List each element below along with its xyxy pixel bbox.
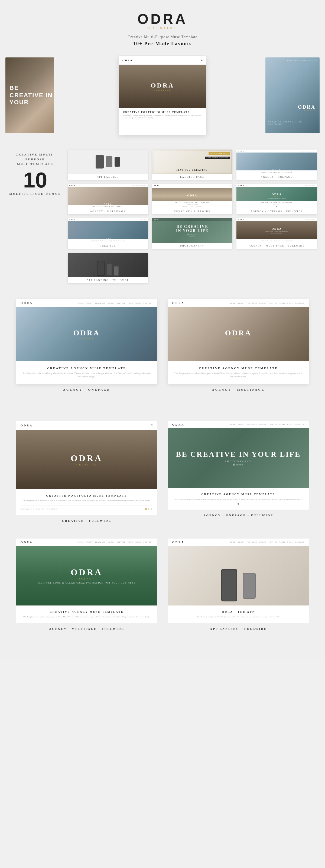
demo-card-creative-full[interactable]: ODRA ≡ ODRA CREATIVE CREATIVE PORTFOLIO … bbox=[152, 184, 233, 214]
demo-card-label-agency-one: AGENCY - ONEPAGE bbox=[236, 174, 317, 180]
lp-nav-contact: CONTACT bbox=[295, 302, 304, 304]
demo-card-agency-multi[interactable]: ODRA HOMEABOUTWORKSSERVICE ODRA AGENCY C… bbox=[68, 184, 148, 214]
hero-left-mockup: BE CREATIVE IN YOUR bbox=[5, 57, 54, 133]
fw-content-desc-agency-multi-full: This Template can be individually adapte… bbox=[21, 616, 152, 619]
demo-card-creative[interactable]: ODRA HOMEABOUT ODRA CREATIVE CREATIVE PO… bbox=[68, 218, 148, 249]
demo-card-label-agency-one-full: AGENCY - ONEPAGE - FULLWIDE bbox=[236, 208, 317, 214]
fw-content-be-creative: CREATIVE AGENCY MUSE TEMPLATE This Templ… bbox=[168, 488, 309, 509]
demo-card-agency-one[interactable]: ODRA HOMEABOUTWORKSSERVICE ODRA AGENCY C… bbox=[236, 150, 317, 180]
lp-hero-content-agency-one: ODRA AGENCY bbox=[73, 329, 100, 340]
lp-content-desc: This Template can be individually adapte… bbox=[22, 372, 152, 378]
fw-card-be-creative: ODRA HOME ABOUT FEATURES WORKS SERVICE T… bbox=[168, 421, 309, 525]
demo-card-img-landing: 14 DAYS FREE TRIAL ODRA DESIGN SOFTWARE … bbox=[152, 150, 233, 174]
hero-center-heading: CREATIVE PORTFOLIO MUSE TEMPLATE bbox=[123, 111, 202, 114]
hero-right-text: CREATIVE AGENCY MUSE TEMPLATE bbox=[268, 121, 317, 125]
demo-card-img-creative-full: ODRA ≡ ODRA CREATIVE CREATIVE PORTFOLIO … bbox=[152, 184, 233, 208]
fw-nav-service: SERVICE bbox=[269, 424, 277, 426]
fw-nav-about: ABOUT bbox=[238, 541, 245, 543]
fw-hero-content-creative: ODRA CREATIVE bbox=[71, 453, 103, 466]
hero-left-text: BE CREATIVE IN YOUR bbox=[9, 85, 54, 106]
demo-card-app-landing[interactable]: APP LANDING bbox=[68, 150, 148, 180]
demo-card-agency-multi-full[interactable]: ODRA HOMEABOUTWORKS ODRA WE MAKE COOL & … bbox=[236, 218, 317, 249]
lp-content-agency-one: CREATIVE AGENCY MUSE TEMPLATE This Templ… bbox=[16, 361, 157, 384]
demo-card-app-full[interactable]: APP LANDING - FULLWIDE bbox=[68, 253, 148, 283]
demo-card-img-app bbox=[68, 150, 148, 174]
lp-nav-service: SERVICE bbox=[117, 302, 126, 304]
demo-card-label-agency-multi: AGENCY - MULTIPAGE bbox=[68, 208, 148, 214]
large-preview-card-agency-multi: ODRA HOME ABOUT FEATURES WORKS SERVICE T… bbox=[168, 299, 309, 384]
demo-card-img-agency-multi: ODRA HOMEABOUTWORKSSERVICE ODRA AGENCY C… bbox=[68, 184, 148, 208]
lp-label-agency-multi: AGENCY - MULTIPAGE bbox=[168, 388, 309, 391]
fw-nav-works: WORKS bbox=[259, 541, 266, 543]
fw-content-heading-agency-multi-full: CREATIVE AGENCY MUSE TEMPLATE bbox=[21, 610, 152, 613]
lp-nav-home: HOME bbox=[230, 302, 236, 304]
fw-hero-agency-multi-full: ODRA AGENCY WE MAKE COOL & CLEAN CREATIV… bbox=[16, 546, 157, 606]
fw-content-creative: CREATIVE PORTFOLIO MUSE TEMPLATE This Te… bbox=[16, 489, 157, 515]
fw-nav-home: HOME bbox=[78, 541, 84, 543]
hero-center-image: ODRA CREATIVE bbox=[119, 65, 206, 108]
fw-label-agency-multi-full: AGENCY - MULTIPAGE - FULLWIDE bbox=[16, 627, 157, 633]
demo-card-photography[interactable]: ODRA BE CREATIVEIN YOUR LIFE PHOTOGRAPHY… bbox=[152, 218, 233, 249]
hero-right-brand: ODRA bbox=[298, 104, 316, 110]
fw-nav-home: HOME bbox=[230, 541, 236, 543]
demo-card-label-creative: CREATIVE bbox=[68, 243, 148, 249]
demos-number: 10 bbox=[8, 169, 62, 191]
demos-left: CREATIVE MULTI-PURPOSEMUSE TEMPLATE 10 M… bbox=[8, 150, 62, 283]
demos-grid: APP LANDING 14 DAYS FREE TRIAL ODRA DESI… bbox=[68, 150, 317, 283]
nav-item: HOME bbox=[287, 60, 292, 61]
lp-hero-brand: ODRA bbox=[73, 329, 100, 337]
fw-content-heading-app-full: ODRA - THE APP bbox=[173, 610, 304, 613]
fw-nav-features: FEATURES bbox=[247, 424, 257, 426]
fw-nav-contact: CONTACT bbox=[295, 541, 304, 543]
fw-nav-items-agency-multi-full: HOME ABOUT FEATURES WORKS SERVICE TEAM N… bbox=[78, 541, 153, 543]
fw-nav-about: ABOUT bbox=[86, 541, 93, 543]
lp-content-desc-multi: This Template can be individually adapte… bbox=[173, 372, 303, 378]
nav-item: ABOUT bbox=[294, 60, 300, 61]
lp-content-heading-multi: CREATIVE AGENCY MUSE TEMPLATE bbox=[173, 367, 303, 370]
lp-hero-brand-multi: ODRA bbox=[225, 329, 252, 337]
hero-center-content: CREATIVE PORTFOLIO MUSE TEMPLATE This Te… bbox=[119, 108, 206, 122]
lp-content-agency-multi: CREATIVE AGENCY MUSE TEMPLATE This Templ… bbox=[168, 361, 309, 384]
fw-footer-bar: CREATIVE DESIGN AGENCY bbox=[21, 505, 152, 510]
fw-label-be-creative: AGENCY - ONEPAGE - FULLWIDE bbox=[168, 514, 309, 520]
lp-content-heading: CREATIVE AGENCY MUSE TEMPLATE bbox=[22, 367, 152, 370]
fw-nav-works: WORKS bbox=[259, 424, 266, 426]
brand-name: ODRA bbox=[5, 11, 320, 27]
fw-label-creative: CREATIVE - FULLWIDE bbox=[16, 519, 157, 525]
hero-mockups: BE CREATIVE IN YOUR ODRA ≡ ODRA CREATIVE… bbox=[0, 55, 325, 142]
lp-label-agency-one: AGENCY - ONEPAGE bbox=[16, 388, 157, 391]
demo-card-landing[interactable]: 14 DAYS FREE TRIAL ODRA DESIGN SOFTWARE … bbox=[152, 150, 233, 180]
fw-hero-sub-agency-multi-full: AGENCY bbox=[38, 577, 135, 580]
hero-overlay-sub: CREATIVE bbox=[151, 89, 174, 91]
fw-brand-agency-multi-full: ODRA bbox=[21, 541, 33, 544]
demo-card-img-agency-one-full: ODRA HOMEABOUTWORKS ODRA AGENCY WE MAKE … bbox=[236, 184, 317, 208]
demo-card-img-photography: ODRA BE CREATIVEIN YOUR LIFE PHOTOGRAPHY… bbox=[152, 218, 233, 243]
lp-nav-home: HOME bbox=[78, 302, 84, 304]
large-preview-card-agency-one: ODRA HOME ABOUT FEATURES WORKS SERVICE T… bbox=[16, 299, 157, 384]
fw-nav-contact: CONTACT bbox=[295, 424, 304, 426]
fw-content-app-full: ODRA - THE APP This Template can be indi… bbox=[168, 606, 309, 623]
fw-nav-team: TEAM bbox=[279, 541, 285, 543]
lp-nav-features: FEATURES bbox=[95, 302, 105, 304]
fw-content-desc-creative: This Template can be individually adapte… bbox=[21, 499, 152, 502]
lp-hero-agency-multi: ODRA AGENCY bbox=[168, 307, 309, 361]
fw-content-heading-be-creative: CREATIVE AGENCY MUSE TEMPLATE bbox=[173, 493, 304, 496]
hero-right-mockup: HOME ABOUT WORKS SERVICE ODRA AGENCY CRE… bbox=[265, 57, 320, 133]
lp-nav-news: NEWS bbox=[287, 302, 293, 304]
fw-hero-sub-creative: CREATIVE bbox=[71, 463, 103, 466]
large-previews: ODRA HOME ABOUT FEATURES WORKS SERVICE T… bbox=[0, 288, 325, 415]
large-preview-agency-one: ODRA HOME ABOUT FEATURES WORKS SERVICE T… bbox=[16, 299, 157, 391]
lp-hero-sub-multi: AGENCY bbox=[225, 337, 252, 340]
lp-nav-works: WORKS bbox=[259, 302, 266, 304]
fw-card-agency-multi-full: ODRA HOME ABOUT FEATURES WORKS SERVICE T… bbox=[16, 538, 157, 633]
hero-right-nav: HOME ABOUT WORKS SERVICE bbox=[265, 57, 320, 63]
demo-card-agency-one-full[interactable]: ODRA HOMEABOUTWORKS ODRA AGENCY WE MAKE … bbox=[236, 184, 317, 214]
fw-nav-items-be-creative: HOME ABOUT FEATURES WORKS SERVICE TEAM N… bbox=[230, 424, 304, 426]
fw-nav-items-app-full: HOME ABOUT FEATURES WORKS SERVICE TEAM N… bbox=[230, 541, 304, 543]
fw-dot bbox=[145, 508, 147, 510]
hero-center-brand: ODRA bbox=[122, 59, 133, 62]
demos-label: MULTIPURPOSE DEMOS bbox=[8, 192, 62, 195]
lp-nav-works: WORKS bbox=[107, 302, 115, 304]
demo-card-label-landing: LANDING PAGE bbox=[152, 174, 233, 180]
demo-card-img-app-full bbox=[68, 253, 148, 277]
